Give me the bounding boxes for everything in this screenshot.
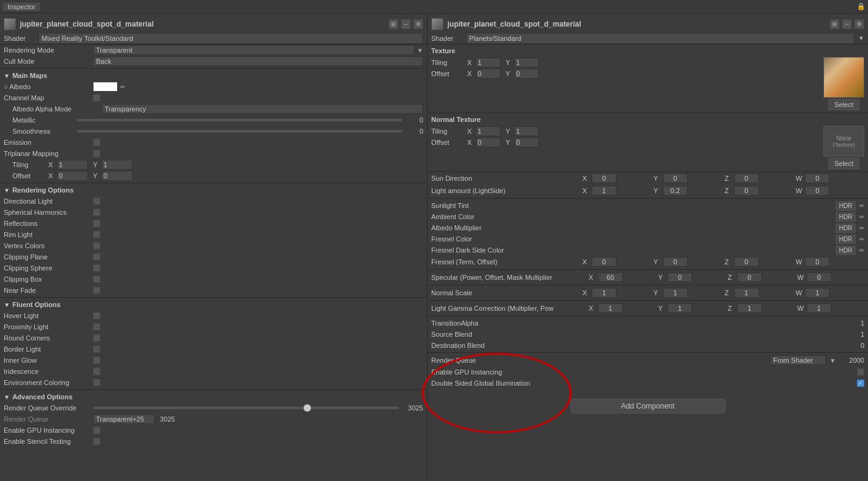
- sun-w-input[interactable]: [805, 173, 830, 183]
- normal-offset-x-input[interactable]: [476, 137, 501, 147]
- albedo-picker-icon[interactable]: ✏: [120, 84, 125, 90]
- enable-gpu-checkbox[interactable]: [93, 427, 100, 434]
- sunlight-tint-hdr[interactable]: HDR: [836, 201, 856, 210]
- specular-x-input[interactable]: [598, 272, 623, 282]
- tiling-y-input[interactable]: [102, 160, 133, 170]
- right-icon-grid[interactable]: ⊞: [830, 19, 840, 29]
- directional-light-checkbox[interactable]: [93, 197, 100, 205]
- light-gamma-z-input[interactable]: [737, 303, 762, 313]
- sun-x-input[interactable]: [592, 173, 616, 183]
- clipping-box-checkbox[interactable]: [93, 275, 100, 283]
- light-x-input[interactable]: [592, 186, 616, 196]
- clipping-plane-checkbox[interactable]: [93, 253, 100, 261]
- ambient-color-edit[interactable]: ✏: [859, 214, 864, 220]
- right-enable-gpu-checkbox[interactable]: [857, 368, 864, 376]
- fresnel-y-input[interactable]: [663, 257, 688, 267]
- fresnel-z-input[interactable]: [734, 257, 759, 267]
- cull-mode-value[interactable]: Back: [93, 56, 423, 66]
- right-tiling-y-input[interactable]: [514, 58, 539, 67]
- normal-offset-y-input[interactable]: [514, 137, 539, 147]
- sun-direction-label: Sun Direction: [431, 175, 580, 182]
- sun-y-input[interactable]: [663, 173, 688, 183]
- specular-y-input[interactable]: [667, 272, 692, 282]
- normal-scale-w-input[interactable]: [805, 288, 830, 298]
- normal-tiling-y-input[interactable]: [514, 126, 539, 136]
- advanced-options-header[interactable]: ▼ Advanced Options: [0, 391, 427, 402]
- fresnel-dark-hdr[interactable]: HDR: [836, 246, 856, 255]
- albedo-alpha-value[interactable]: Transparency: [102, 104, 423, 114]
- normal-tiling-x-input[interactable]: [476, 126, 501, 136]
- rendering-mode-value[interactable]: Transparent: [93, 45, 414, 55]
- vertex-colors-checkbox[interactable]: [93, 242, 100, 249]
- left-icon-resize[interactable]: ↔: [401, 19, 411, 29]
- light-w-input[interactable]: [805, 186, 830, 196]
- right-render-queue-from[interactable]: From Shader: [770, 355, 826, 365]
- transition-alpha-value: 1: [846, 319, 864, 327]
- sun-z-input[interactable]: [734, 173, 759, 183]
- enable-stencil-checkbox[interactable]: [93, 438, 100, 445]
- rim-light-checkbox[interactable]: [93, 231, 100, 238]
- right-tiling-x-input[interactable]: [476, 58, 501, 67]
- render-queue-thumb[interactable]: [304, 404, 311, 412]
- left-shader-value[interactable]: Mixed Reality Toolkit/Standard: [38, 33, 423, 44]
- albedo-multiplier-edit[interactable]: ✏: [859, 225, 864, 232]
- texture-select-btn[interactable]: Select: [828, 99, 859, 110]
- environment-coloring-checkbox[interactable]: [93, 379, 100, 386]
- tiling-x-input[interactable]: [57, 160, 88, 170]
- right-offset-y-input[interactable]: [514, 69, 539, 79]
- normal-scale-x-input[interactable]: [592, 288, 616, 298]
- offset-x-input[interactable]: [57, 171, 88, 181]
- light-gamma-x-input[interactable]: [598, 303, 623, 313]
- fresnel-color-hdr[interactable]: HDR: [836, 235, 856, 244]
- reflections-checkbox[interactable]: [93, 220, 100, 227]
- fresnel-w-input[interactable]: [805, 257, 830, 267]
- render-queue-from-value[interactable]: Transparent+25: [93, 414, 155, 424]
- albedo-color-swatch[interactable]: [93, 82, 118, 92]
- light-z-input[interactable]: [734, 186, 759, 196]
- normal-scale-z-input[interactable]: [734, 288, 759, 298]
- double-sided-checkbox[interactable]: ✓: [857, 379, 864, 387]
- smoothness-slider-track[interactable]: [77, 130, 402, 132]
- texture-preview-image[interactable]: [823, 57, 864, 98]
- rendering-options-header[interactable]: ▼ Rendering Options: [0, 184, 427, 196]
- border-light-checkbox[interactable]: [93, 345, 100, 353]
- ambient-color-hdr[interactable]: HDR: [836, 212, 856, 222]
- normal-select-btn[interactable]: Select: [828, 158, 859, 169]
- fresnel-color-edit[interactable]: ✏: [859, 236, 864, 243]
- right-shader-value[interactable]: Planets/Standard: [466, 33, 854, 44]
- light-gamma-y-input[interactable]: [667, 303, 692, 313]
- left-icon-gear[interactable]: ⚙: [413, 19, 423, 29]
- fresnel-x-input[interactable]: [592, 257, 616, 267]
- metallic-slider-track[interactable]: [77, 119, 402, 121]
- right-icon-gear[interactable]: ⚙: [854, 19, 864, 29]
- none-texture-box[interactable]: None (Texture): [823, 126, 864, 157]
- iridescence-checkbox[interactable]: [93, 368, 100, 375]
- clipping-sphere-checkbox[interactable]: [93, 264, 100, 272]
- render-queue-track[interactable]: [93, 407, 399, 409]
- near-fade-checkbox[interactable]: [93, 287, 100, 294]
- channel-map-checkbox[interactable]: [93, 94, 100, 102]
- main-maps-header[interactable]: ▼ Main Maps: [0, 70, 427, 81]
- left-icon-grid[interactable]: ⊞: [388, 19, 398, 29]
- normal-scale-y-input[interactable]: [663, 288, 688, 298]
- proximity-light-checkbox[interactable]: [93, 323, 100, 331]
- offset-y-input[interactable]: [102, 171, 133, 181]
- light-gamma-w-input[interactable]: [807, 303, 831, 313]
- albedo-multiplier-hdr[interactable]: HDR: [836, 223, 856, 233]
- add-component-btn[interactable]: Add Component: [571, 399, 726, 414]
- specular-z-input[interactable]: [737, 272, 762, 282]
- sunlight-tint-edit[interactable]: ✏: [859, 202, 864, 209]
- spherical-harmonics-checkbox[interactable]: [93, 209, 100, 216]
- round-corners-checkbox[interactable]: [93, 334, 100, 342]
- emission-checkbox[interactable]: [93, 139, 100, 146]
- specular-w-input[interactable]: [807, 272, 831, 282]
- right-offset-x-input[interactable]: [476, 69, 501, 79]
- hover-light-checkbox[interactable]: [93, 312, 100, 319]
- inspector-tab[interactable]: Inspector: [2, 2, 40, 11]
- light-y-input[interactable]: [663, 186, 688, 196]
- fluent-options-header[interactable]: ▼ Fluent Options: [0, 299, 427, 310]
- inner-glow-checkbox[interactable]: [93, 357, 100, 364]
- fresnel-dark-edit[interactable]: ✏: [859, 247, 864, 254]
- right-icon-resize[interactable]: ↔: [842, 19, 852, 29]
- triplanar-checkbox[interactable]: [93, 150, 100, 157]
